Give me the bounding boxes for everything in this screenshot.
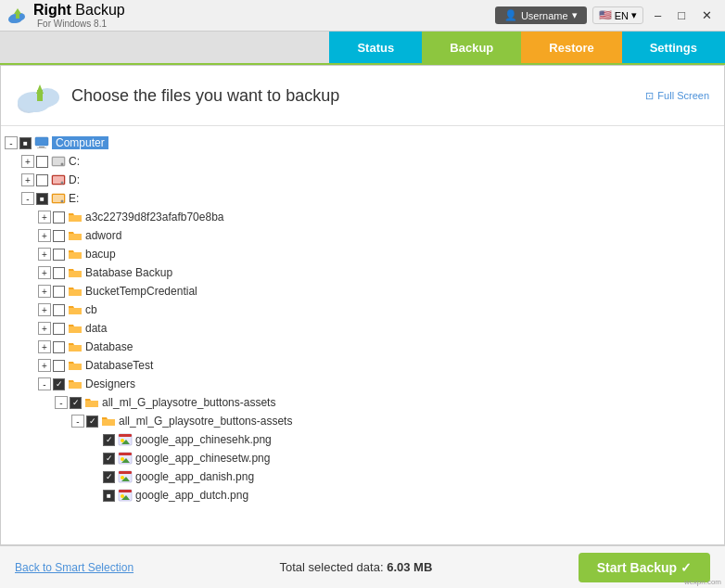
tree-checkbox[interactable]: ✓ (70, 397, 82, 409)
file-tree[interactable]: -■Computer+C:+D:-■E:+a3c22739d8f23afafb7… (1, 126, 724, 544)
tree-item[interactable]: +BucketTempCredential (5, 282, 720, 300)
tree-item[interactable]: +a3c22739d8f23afafb70e8ba (5, 208, 720, 226)
svg-point-23 (61, 200, 64, 203)
expand-button[interactable]: + (38, 303, 51, 316)
tree-item[interactable]: -✓Designers (5, 375, 720, 393)
tree-checkbox[interactable] (53, 211, 65, 224)
expand-button[interactable]: - (55, 396, 68, 409)
close-button[interactable]: ✕ (696, 6, 718, 24)
tree-checkbox[interactable] (36, 156, 48, 168)
tree-item[interactable]: ✓google_app_chinesehk.png (5, 430, 720, 449)
drive-icon (51, 155, 66, 168)
tree-item[interactable]: +DatabaseTest (5, 356, 720, 375)
expand-button[interactable]: + (38, 248, 51, 261)
tree-item[interactable]: ■google_app_dutch.png (5, 486, 720, 505)
tab-settings[interactable]: Settings (622, 32, 725, 63)
expand-button[interactable]: + (38, 340, 51, 353)
tree-checkbox[interactable] (53, 341, 65, 353)
tree-checkbox[interactable] (53, 323, 65, 335)
folder-icon (68, 248, 83, 261)
tree-item[interactable]: +Database (5, 338, 720, 356)
tab-backup[interactable]: Backup (422, 32, 521, 63)
expand-button[interactable]: - (21, 192, 34, 205)
tree-checkbox[interactable] (53, 286, 65, 298)
tree-item[interactable]: +data (5, 319, 720, 338)
expand-button[interactable]: - (5, 136, 18, 149)
fullscreen-icon: ⊡ (645, 90, 654, 102)
folder-icon (68, 211, 83, 224)
tree-checkbox[interactable] (53, 267, 65, 279)
cloud-upload-icon (16, 77, 60, 114)
expand-button[interactable]: - (71, 415, 84, 428)
tree-checkbox[interactable]: ✓ (103, 453, 115, 465)
tree-item[interactable]: ✓google_app_chinesetw.png (5, 449, 720, 467)
tree-item[interactable]: -✓all_ml_G_playsotre_buttons-assets (5, 412, 720, 430)
expand-button[interactable]: + (38, 359, 51, 372)
user-button[interactable]: 👤 Username ▾ (495, 6, 587, 24)
expand-button[interactable]: + (38, 211, 51, 224)
tree-checkbox[interactable] (53, 360, 65, 372)
tree-checkbox[interactable]: ■ (103, 490, 115, 502)
tree-item-label: google_app_danish.png (135, 470, 254, 483)
tab-status[interactable]: Status (329, 32, 422, 63)
img-icon (118, 470, 133, 483)
tree-item[interactable]: +cb (5, 300, 720, 319)
expand-button[interactable]: + (21, 155, 34, 168)
language-button[interactable]: 🇺🇸 EN ▾ (592, 6, 643, 24)
total-size: 6.03 MB (387, 560, 432, 574)
nav-spacer (0, 32, 329, 63)
expand-button[interactable]: + (38, 266, 51, 279)
tree-item-label: data (85, 322, 107, 335)
expand-button[interactable]: + (38, 229, 51, 242)
folder-icon (68, 322, 83, 335)
tree-item[interactable]: +adword (5, 226, 720, 245)
tree-checkbox[interactable]: ■ (36, 193, 48, 205)
tree-checkbox[interactable] (53, 249, 65, 261)
maximize-button[interactable]: □ (672, 6, 691, 24)
tree-item-label: all_ml_G_playsotre_buttons-assets (102, 396, 275, 409)
tree-checkbox[interactable] (53, 230, 65, 242)
tree-item[interactable]: -■E: (5, 189, 720, 208)
fullscreen-button[interactable]: ⊡ Full Screen (645, 90, 709, 102)
expand-button[interactable]: - (38, 377, 51, 390)
main-content: Choose the files you want to backup ⊡ Fu… (0, 65, 725, 545)
tree-checkbox[interactable]: ✓ (103, 471, 115, 483)
folder-icon (84, 396, 99, 409)
tree-item[interactable]: -✓all_ml_G_playsotre_buttons-assets (5, 393, 720, 412)
tree-item-label: google_app_dutch.png (135, 489, 248, 502)
minimize-button[interactable]: – (649, 6, 667, 24)
tree-checkbox[interactable]: ✓ (103, 434, 115, 446)
lang-arrow-icon: ▾ (631, 9, 637, 21)
tree-checkbox[interactable]: ✓ (86, 415, 98, 428)
tree-item-label: Designers (85, 377, 135, 390)
tree-item-label: Computer (52, 136, 108, 149)
tree-item[interactable]: -■Computer (5, 134, 720, 152)
svg-rect-12 (35, 137, 48, 146)
folder-icon (68, 377, 83, 390)
expand-button[interactable]: + (38, 322, 51, 335)
title-left: Right Backup For Windows 8.1 (7, 2, 125, 29)
tree-item[interactable]: +C: (5, 152, 720, 171)
tree-item[interactable]: ✓google_app_danish.png (5, 467, 720, 486)
tree-checkbox[interactable] (53, 304, 65, 316)
tree-checkbox[interactable]: ✓ (53, 378, 65, 390)
svg-rect-14 (37, 147, 46, 148)
svg-rect-37 (119, 490, 132, 492)
tree-item-label: BucketTempCredential (85, 285, 197, 298)
tree-checkbox[interactable]: ■ (19, 137, 32, 149)
tree-item-label: all_ml_G_playsotre_buttons-assets (119, 415, 292, 428)
tab-restore[interactable]: Restore (521, 32, 621, 63)
tree-item-label: Batabase Backup (85, 266, 172, 279)
expand-button[interactable]: + (38, 285, 51, 298)
back-link[interactable]: Back to Smart Selection (15, 561, 134, 574)
header-left: Choose the files you want to backup (16, 77, 339, 114)
tree-item[interactable]: +bacup (5, 245, 720, 263)
tree-item[interactable]: +D: (5, 171, 720, 189)
tree-item-label: DatabaseTest (85, 359, 153, 372)
svg-point-34 (121, 476, 124, 479)
tree-checkbox[interactable] (36, 174, 48, 186)
folder-icon (101, 415, 116, 428)
expand-button[interactable]: + (21, 173, 34, 186)
total-label: Total selected data: (280, 560, 384, 574)
tree-item[interactable]: +Batabase Backup (5, 263, 720, 282)
